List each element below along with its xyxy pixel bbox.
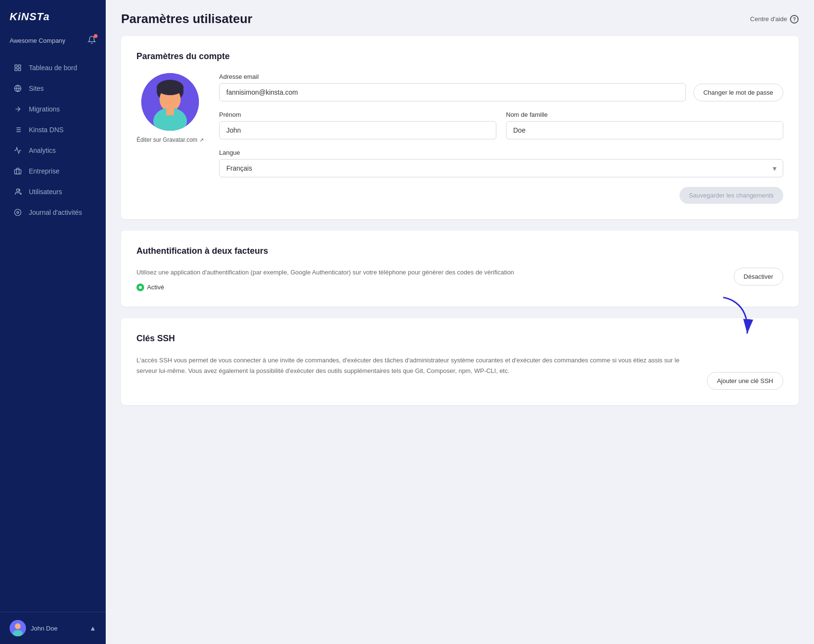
sidebar-item-sites[interactable]: Sites xyxy=(4,78,102,99)
sidebar-item-journal[interactable]: Journal d'activités xyxy=(4,202,102,223)
kinsta-logo: KiNSTa xyxy=(10,10,96,26)
sidebar-item-label-journal: Journal d'activités xyxy=(29,209,82,216)
ssh-left: Clés SSH L'accès SSH vous permet de vous… xyxy=(136,334,695,376)
sidebar-item-entreprise[interactable]: Entreprise xyxy=(4,161,102,181)
svg-point-12 xyxy=(15,623,21,629)
status-dot-inner xyxy=(139,286,142,289)
help-circle-icon: ? xyxy=(790,15,799,24)
svg-rect-3 xyxy=(15,68,17,71)
email-input[interactable] xyxy=(219,83,686,101)
avatar-section: Éditer sur Gravatar.com ↗ xyxy=(136,73,204,204)
twofa-left: Utilisez une application d'authentificat… xyxy=(136,268,722,291)
svg-rect-2 xyxy=(18,65,21,67)
utilisateurs-icon xyxy=(13,187,22,196)
language-label: Langue xyxy=(219,149,783,156)
page-title: Paramètres utilisateur xyxy=(121,12,252,26)
sidebar-item-label-sites: Sites xyxy=(29,85,44,92)
sidebar-item-label-entreprise: Entreprise xyxy=(29,167,60,175)
sidebar-item-label-migrations: Migrations xyxy=(29,105,60,113)
last-name-label: Nom de famille xyxy=(506,111,783,118)
sidebar-item-label-dns: Kinsta DNS xyxy=(29,126,63,134)
first-name-wrapper: Prénom xyxy=(219,111,496,139)
last-name-input[interactable] xyxy=(506,121,783,139)
migrations-icon xyxy=(13,105,22,113)
sidebar-item-utilisateurs[interactable]: Utilisateurs xyxy=(4,182,102,202)
email-field-wrapper: Adresse email xyxy=(219,73,686,101)
help-center-label: Centre d'aide xyxy=(750,15,787,23)
ssh-title: Clés SSH xyxy=(136,334,695,344)
dashboard-icon xyxy=(13,63,22,72)
svg-text:KiNSTa: KiNSTa xyxy=(10,11,49,23)
sidebar: KiNSTa Awesome Company Tableau de bord S… xyxy=(0,0,106,644)
arrow-pointer xyxy=(716,295,754,340)
ssh-keys-card: Clés SSH L'accès SSH vous permet de vous… xyxy=(121,318,799,405)
analytics-icon xyxy=(13,146,22,155)
ssh-button-area: Ajouter une clé SSH xyxy=(707,334,783,390)
content-area: Paramètres du compte xyxy=(106,36,814,432)
svg-rect-19 xyxy=(166,108,174,115)
sidebar-item-dns[interactable]: Kinsta DNS xyxy=(4,120,102,140)
dns-icon xyxy=(13,125,22,134)
sidebar-footer[interactable]: John Doe ▲ xyxy=(0,612,106,644)
sidebar-company: Awesome Company xyxy=(0,32,106,53)
top-header: Paramètres utilisateur Centre d'aide ? xyxy=(106,0,814,36)
footer-expand-icon: ▲ xyxy=(89,624,96,632)
footer-username: John Doe xyxy=(31,625,58,632)
twofa-status-label: Activé xyxy=(147,284,164,291)
entreprise-icon xyxy=(13,167,22,175)
sidebar-item-label-analytics: Analytics xyxy=(29,147,56,154)
language-select[interactable]: Français English Español Deutsch xyxy=(219,159,783,177)
svg-point-8 xyxy=(16,189,19,191)
svg-rect-4 xyxy=(18,68,21,71)
external-link-icon: ↗ xyxy=(199,137,204,143)
svg-point-10 xyxy=(17,211,19,213)
svg-rect-1 xyxy=(15,65,17,67)
notification-bell[interactable] xyxy=(87,36,96,46)
account-settings-title: Paramètres du compte xyxy=(136,51,783,62)
journal-icon xyxy=(13,208,22,217)
save-button[interactable]: Sauvegarder les changements xyxy=(679,187,783,204)
disable-2fa-button[interactable]: Désactiver xyxy=(734,268,783,285)
ssh-description: L'accès SSH vous permet de vous connecte… xyxy=(136,355,695,376)
gravatar-link[interactable]: Éditer sur Gravatar.com ↗ xyxy=(136,136,204,143)
twofa-title: Authentification à deux facteurs xyxy=(136,246,783,256)
help-center-link[interactable]: Centre d'aide ? xyxy=(750,15,799,24)
sites-icon xyxy=(13,84,22,93)
email-row: Adresse email Changer le mot de passe xyxy=(219,73,783,101)
main-content: Paramètres utilisateur Centre d'aide ? P… xyxy=(106,0,814,644)
twofa-content: Utilisez une application d'authentificat… xyxy=(136,268,783,291)
svg-point-17 xyxy=(157,80,184,95)
sidebar-item-analytics[interactable]: Analytics xyxy=(4,140,102,161)
twofa-card: Authentification à deux facteurs Utilise… xyxy=(121,231,799,307)
sidebar-item-label-utilisateurs: Utilisateurs xyxy=(29,188,62,196)
form-section: Adresse email Changer le mot de passe Pr… xyxy=(219,73,783,204)
first-name-label: Prénom xyxy=(219,111,496,118)
language-select-wrapper: Français English Español Deutsch ▾ xyxy=(219,159,783,177)
sidebar-item-label-dashboard: Tableau de bord xyxy=(29,64,77,72)
footer-user: John Doe xyxy=(10,620,58,636)
first-name-input[interactable] xyxy=(219,121,496,139)
email-label: Adresse email xyxy=(219,73,686,80)
svg-rect-7 xyxy=(14,170,21,174)
language-row: Langue Français English Español Deutsch … xyxy=(219,149,783,177)
sidebar-item-migrations[interactable]: Migrations xyxy=(4,99,102,119)
sidebar-item-dashboard[interactable]: Tableau de bord xyxy=(4,58,102,78)
status-active-icon xyxy=(136,284,144,291)
save-row: Sauvegarder les changements xyxy=(219,187,783,204)
account-form: Éditer sur Gravatar.com ↗ Adresse email … xyxy=(136,73,783,204)
twofa-status: Activé xyxy=(136,284,722,291)
change-password-button[interactable]: Changer le mot de passe xyxy=(693,84,783,101)
user-avatar xyxy=(141,73,199,131)
add-ssh-key-button[interactable]: Ajouter une clé SSH xyxy=(707,372,783,390)
company-name: Awesome Company xyxy=(10,37,65,44)
twofa-description: Utilisez une application d'authentificat… xyxy=(136,268,722,278)
sidebar-nav: Tableau de bord Sites Migrations Kinsta … xyxy=(0,53,106,612)
name-row: Prénom Nom de famille xyxy=(219,111,783,139)
footer-avatar xyxy=(10,620,26,636)
account-settings-card: Paramètres du compte xyxy=(121,36,799,219)
ssh-content: Clés SSH L'accès SSH vous permet de vous… xyxy=(136,334,783,390)
sidebar-logo-area: KiNSTa xyxy=(0,0,106,32)
svg-point-9 xyxy=(14,209,21,215)
last-name-wrapper: Nom de famille xyxy=(506,111,783,139)
notification-dot xyxy=(94,34,98,38)
